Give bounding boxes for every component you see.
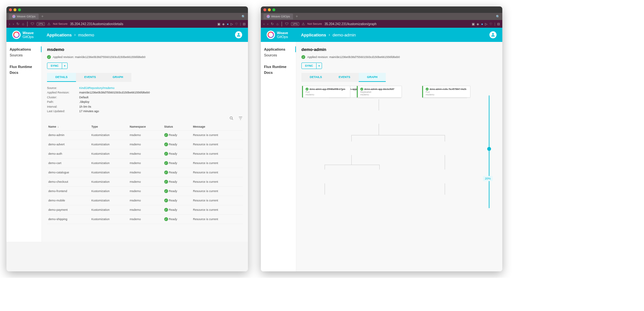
- page-title: msdemo: [47, 47, 243, 52]
- table-row[interactable]: demo-mobileKustomizationmsdemo✓ ReadyRes…: [47, 196, 243, 205]
- page-title: demo-admin: [301, 47, 497, 52]
- user-avatar-icon[interactable]: [235, 31, 242, 38]
- table-row[interactable]: demo-advertKustomizationmsdemo✓ ReadyRes…: [47, 140, 243, 149]
- browser-tabbar: Weave GitOps + 🔍: [261, 13, 502, 20]
- table-row[interactable]: demo-frontendKustomizationmsdemo✓ ReadyR…: [47, 187, 243, 196]
- shield-icon[interactable]: 🛡: [285, 22, 289, 26]
- col-message[interactable]: Message: [192, 123, 243, 131]
- maximize-window-icon[interactable]: [272, 8, 275, 11]
- browser-tab[interactable]: Weave GitOps: [263, 14, 293, 19]
- insecure-label: Not Secure: [53, 22, 68, 25]
- breadcrumb: Applications › demo-admin: [301, 33, 356, 37]
- sidebar-item-sources[interactable]: Sources: [6, 52, 42, 58]
- titlebar: [6, 6, 248, 13]
- check-icon: ✓: [164, 170, 168, 174]
- table-row[interactable]: demo-cartKustomizationmsdemo✓ ReadyResou…: [47, 159, 243, 168]
- chevron-down-icon[interactable]: ▾: [62, 63, 67, 69]
- graph-node-pod[interactable]: ✓demo-admin-app-65f48bd998-b7jpm Pod msd…: [302, 86, 350, 98]
- col-name[interactable]: Name↓: [47, 123, 90, 131]
- graph-node-replicaset[interactable]: ✓demo-admin-app-bbcbcfb97 ReplicaSet msd…: [357, 86, 402, 98]
- filter-icon[interactable]: [238, 116, 243, 121]
- shield-icon[interactable]: 🛡: [31, 22, 34, 26]
- tab-search-icon[interactable]: 🔍: [496, 15, 502, 18]
- tab-events[interactable]: EVENTS: [76, 73, 104, 82]
- menu-icon[interactable]: ⊟: [243, 22, 245, 26]
- home-icon[interactable]: ⌂: [276, 22, 279, 26]
- ext-icon[interactable]: ▣: [472, 22, 475, 26]
- url-text[interactable]: 35.204.242.231/kustomization/details: [70, 22, 215, 26]
- tab-graph[interactable]: GRAPH: [359, 73, 386, 82]
- logo[interactable]: WeaveGitOps: [12, 31, 34, 39]
- table-row[interactable]: demo-checkoutKustomizationmsdemo✓ ReadyR…: [47, 177, 243, 187]
- sync-button[interactable]: SYNC▾: [301, 63, 322, 69]
- search-icon[interactable]: [229, 116, 234, 121]
- breadcrumb-root[interactable]: Applications: [301, 33, 326, 37]
- back-icon[interactable]: ‹: [9, 22, 10, 26]
- sidebar-item-docs[interactable]: Docs: [6, 70, 42, 75]
- check-icon: ✓: [164, 142, 168, 146]
- zoom-slider-track[interactable]: [489, 95, 489, 208]
- minimize-window-icon[interactable]: [268, 8, 271, 11]
- back-icon[interactable]: ‹: [263, 22, 265, 26]
- titlebar: [261, 6, 502, 13]
- graph-node-pod[interactable]: ✓demo-admin-redis-7bc4579847-hls2b Pod m…: [422, 86, 470, 98]
- browser-tab[interactable]: Weave GitOps: [9, 14, 39, 19]
- graph-panel[interactable]: msdemo KindGitRepository msdemo ✓demo-ad…: [301, 86, 497, 266]
- minimize-window-icon[interactable]: [14, 8, 16, 11]
- breadcrumb-root[interactable]: Applications: [47, 33, 72, 37]
- tab-search-icon[interactable]: 🔍: [242, 15, 248, 18]
- new-tab-icon[interactable]: +: [296, 14, 298, 19]
- col-type[interactable]: Type: [90, 123, 128, 131]
- url-text[interactable]: 35.204.242.231/kustomization/graph: [325, 22, 469, 26]
- sidebar-item-flux-runtime[interactable]: Flux Runtime: [261, 64, 296, 70]
- check-icon: ✓: [164, 152, 168, 156]
- chevron-down-icon[interactable]: ▾: [316, 63, 322, 69]
- close-window-icon[interactable]: [9, 8, 12, 11]
- reload-icon[interactable]: ↻: [271, 22, 274, 26]
- maximize-window-icon[interactable]: [18, 8, 21, 11]
- sidebar-item-docs[interactable]: Docs: [261, 70, 296, 75]
- sidebar-item-sources[interactable]: Sources: [261, 52, 296, 58]
- applied-revision: Applied revision: main/de1236e0b38d75560…: [307, 55, 400, 59]
- app-header: WeaveGitOps Applications › msdemo: [6, 28, 248, 42]
- breadcrumb: Applications › msdemo: [47, 33, 94, 37]
- menu-icon[interactable]: ⊟: [497, 22, 500, 26]
- ext-icon[interactable]: ●: [227, 22, 229, 26]
- zoom-slider-thumb[interactable]: [487, 147, 491, 151]
- ext-icon[interactable]: ●: [481, 22, 483, 26]
- ext-icon[interactable]: ▷: [485, 22, 488, 26]
- sync-button[interactable]: SYNC▾: [47, 63, 68, 69]
- reload-icon[interactable]: ↻: [16, 22, 19, 26]
- ext-icon[interactable]: ◈: [222, 22, 225, 26]
- table-row[interactable]: demo-paymentKustomizationmsdemo✓ ReadyRe…: [47, 205, 243, 215]
- ext-icon[interactable]: ▷: [231, 22, 233, 26]
- tab-events[interactable]: EVENTS: [330, 73, 359, 82]
- user-avatar-icon[interactable]: [489, 31, 497, 38]
- sidebar-item-flux-runtime[interactable]: Flux Runtime: [6, 64, 42, 70]
- vpn-badge: VPN: [37, 22, 44, 26]
- sidebar-item-applications[interactable]: Applications: [6, 46, 42, 52]
- ext-icon[interactable]: ▣: [217, 22, 220, 26]
- close-window-icon[interactable]: [263, 8, 266, 11]
- col-status[interactable]: Status: [163, 123, 192, 131]
- table-row[interactable]: demo-authKustomizationmsdemo✓ ReadyResou…: [47, 149, 243, 159]
- ext-icon[interactable]: ♡: [235, 22, 238, 26]
- ext-icon[interactable]: ♡: [489, 22, 492, 26]
- col-namespace[interactable]: Namespace: [128, 123, 163, 131]
- table-row[interactable]: demo-adminKustomizationmsdemo✓ ReadyReso…: [47, 131, 243, 140]
- tab-details[interactable]: DETAILS: [47, 73, 76, 82]
- forward-icon[interactable]: ›: [13, 22, 14, 26]
- table-row[interactable]: demo-shippingKustomizationmsdemo✓ ReadyR…: [47, 215, 243, 224]
- forward-icon[interactable]: ›: [267, 22, 269, 26]
- details-panel: Source:KindGitRepository/msdemo Applied …: [47, 86, 243, 113]
- table-row[interactable]: demo-catalogueKustomizationmsdemo✓ Ready…: [47, 168, 243, 177]
- new-tab-icon[interactable]: +: [41, 14, 43, 19]
- ext-icon[interactable]: ◈: [477, 22, 479, 26]
- logo[interactable]: WeaveGitOps: [267, 31, 288, 39]
- tab-graph[interactable]: GRAPH: [104, 73, 132, 82]
- detail-value-link[interactable]: KindGitRepository/msdemo: [79, 86, 115, 90]
- home-icon[interactable]: ⌂: [22, 22, 24, 26]
- sidebar-item-applications[interactable]: Applications: [261, 46, 296, 52]
- tab-details[interactable]: DETAILS: [301, 73, 330, 82]
- detail-key: Cluster:: [47, 95, 79, 100]
